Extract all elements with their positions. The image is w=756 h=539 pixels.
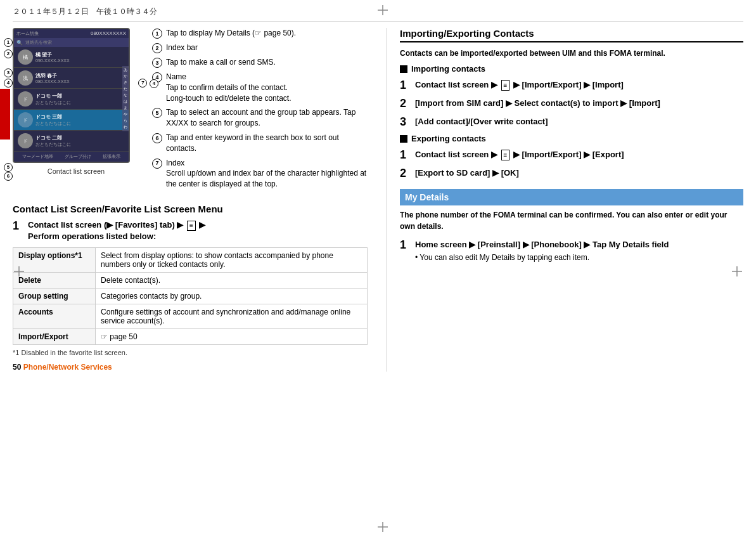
import-icon-1: ≡ <box>501 80 510 91</box>
contact-info-4: ドコモ 三郎 おともだちはこに <box>35 114 125 127</box>
phone-number-display: 080XXXXXXXX <box>91 30 126 37</box>
import-step-text-1: Contact list screen ▶ ≡ ▶ [Import/Export… <box>415 79 624 91</box>
export-step-num-2: 2 <box>400 167 410 180</box>
avatar-4: ド <box>18 112 33 127</box>
menu-section-title: Contact List Screen/Favorite List Screen… <box>13 204 368 214</box>
contact-name-1: 橘 望子 <box>35 51 125 58</box>
avatar-3: ド <box>18 91 33 107</box>
left-crosshair <box>14 266 24 278</box>
bottom-tab-3[interactable]: 拡張表示 <box>103 153 120 160</box>
annotation-7: 7 IndexScroll up/down and index bar of t… <box>152 158 368 190</box>
contact-row-3[interactable]: ド ドコモ 一郎 おともだちはこに <box>14 89 129 110</box>
phone-status-bar: ホーム切換 080XXXXXXXX <box>14 29 129 38</box>
contact-info-5: ドコモ 二郎 おともだちはこに <box>35 134 125 148</box>
table-cell-desc-5: ☞ page 50 <box>96 329 368 345</box>
callout-num-3: 3 <box>4 68 13 77</box>
export-step-1: 1 Contact list screen ▶ ≡ ▶ [Import/Expo… <box>400 148 743 162</box>
annotation-5: 5 Tap to select an account and the group… <box>152 107 368 129</box>
menu-step-1: 1 Contact list screen (▶ [Favorites] tab… <box>13 219 368 242</box>
table-cell-option-3: Group setting <box>13 289 96 304</box>
top-crosshair <box>378 5 388 17</box>
contact-detail-5: おともだちはこに <box>35 141 125 148</box>
callout-num-1: 1 <box>4 38 13 47</box>
callout-3: 3 <box>4 67 13 77</box>
annotation-2: 2 Index bar <box>152 42 368 53</box>
index-ya: や <box>124 112 127 117</box>
index-wa: わ <box>124 124 127 130</box>
page-footer: 50 Phone/Network Services <box>13 363 368 372</box>
contact-list: 橘 橘 望子 090-XXXX-XXXX 浅 浅羽 春子 <box>14 47 129 152</box>
callout-num-2: 2 <box>4 49 13 58</box>
annotation-text-5: Tap to select an account and the group t… <box>166 107 368 129</box>
callout-num-6: 6 <box>4 172 13 181</box>
callout-num-4: 4 <box>4 79 13 88</box>
contact-name-3: ドコモ 一郎 <box>35 93 125 100</box>
annotation-6: 6 Tap and enter keyword in the search bo… <box>152 133 368 154</box>
table-cell-desc-1: Select from display options: to show con… <box>96 248 368 273</box>
table-cell-desc-3: Categories contacts by group. <box>96 289 368 304</box>
contact-detail-2: 080-XXXX-XXXX <box>35 79 125 84</box>
index-na: な <box>124 93 127 98</box>
left-column: ホーム切換 080XXXXXXXX 🔍 連絡先を検索 <box>13 28 368 372</box>
callout-4: 4 <box>4 77 13 88</box>
index-ta: た <box>124 86 127 92</box>
right-column: Importing/Exporting Contacts Contacts ca… <box>387 28 743 372</box>
options-table: Display options*1 Select from display op… <box>13 247 368 345</box>
search-icon: 🔍 <box>16 40 23 46</box>
my-details-step-1: 1 Home screen ▶ [Preinstall] ▶ [Phoneboo… <box>400 238 743 263</box>
contact-name-2: 浅羽 春子 <box>35 72 125 79</box>
table-row-display: Display options*1 Select from display op… <box>13 248 368 273</box>
contact-detail-1: 090-XXXX-XXXX <box>35 58 125 63</box>
import-export-note: Contacts can be imported/exported betwee… <box>400 48 743 59</box>
phone-bottom-bar: マーメード地帯 グループ分け 拡張表示 <box>14 152 129 162</box>
export-step-num-1: 1 <box>400 148 410 162</box>
phone-search-bar: 🔍 連絡先を検索 <box>14 38 129 47</box>
annotation-1: 1 Tap to display My Details (☞ page 50). <box>152 28 368 39</box>
index-ra: ら <box>124 118 127 124</box>
my-details-step-content-1: Home screen ▶ [Preinstall] ▶ [Phonebook]… <box>415 238 669 263</box>
index-ha: は <box>124 99 127 105</box>
import-step-num-1: 1 <box>400 79 410 92</box>
importing-header: Importing contacts <box>400 64 743 74</box>
annotations: 1 Tap to display My Details (☞ page 50).… <box>152 28 368 193</box>
bottom-tab-1[interactable]: マーメード地帯 <box>22 153 53 160</box>
my-details-header: My Details <box>400 189 743 205</box>
menu-step-num-1: 1 <box>13 219 23 233</box>
footnote: *1 Disabled in the favorite list screen. <box>13 349 368 356</box>
my-details-step-text-1: Home screen ▶ [Preinstall] ▶ [Phonebook]… <box>415 238 669 251</box>
export-step-text-1: Contact list screen ▶ ≡ ▶ [Import/Export… <box>415 148 624 161</box>
annotation-num-1: 1 <box>152 29 162 39</box>
annotation-text-2: Index bar <box>166 42 198 53</box>
phone-caption: Contact list screen <box>13 167 139 175</box>
bottom-crosshair <box>378 522 388 534</box>
annotation-num-7: 7 <box>152 159 162 169</box>
menu-section: Contact List Screen/Favorite List Screen… <box>13 204 368 356</box>
page-service-label: Phone/Network Services <box>23 363 112 372</box>
table-cell-option-1: Display options*1 <box>13 248 96 273</box>
table-cell-option-5: Import/Export <box>13 329 96 345</box>
contact-row-2[interactable]: 浅 浅羽 春子 080-XXXX-XXXX <box>14 68 129 89</box>
callout-num-7: 7 <box>138 79 147 88</box>
import-export-title: Importing/Exporting Contacts <box>400 28 743 42</box>
page: ２０１１年５月１２日 午後１０時３４分 ホーム切換 080XXXXXXXX <box>0 0 756 539</box>
import-step-text-3: [Add contact]/[Over write contact] <box>415 115 548 128</box>
import-step-text-1a: Contact list screen ▶ ≡ ▶ [Import/Export… <box>415 80 624 89</box>
avatar-5: ド <box>18 133 33 148</box>
callout-7-4: 7 4 <box>138 77 158 88</box>
contact-info-2: 浅羽 春子 080-XXXX-XXXX <box>35 72 125 84</box>
contact-row-5[interactable]: ド ドコモ 二郎 おともだちはこに <box>14 131 129 152</box>
table-cell-desc-2: Delete contact(s). <box>96 273 368 289</box>
table-cell-option-4: Accounts <box>13 304 96 329</box>
exporting-title: Exporting contacts <box>411 134 486 143</box>
callout-6: 6 <box>4 171 13 181</box>
annotation-text-7: IndexScroll up/down and index bar of the… <box>166 158 368 190</box>
contact-row-1[interactable]: 橘 橘 望子 090-XXXX-XXXX <box>14 47 129 68</box>
export-step-text-2: [Export to SD card] ▶ [OK] <box>415 167 519 179</box>
import-step-2: 2 [Import from SIM card] ▶ Select contac… <box>400 97 743 110</box>
bottom-tab-2[interactable]: グループ分け <box>65 153 91 160</box>
right-crosshair <box>732 266 742 278</box>
import-step-num-2: 2 <box>400 97 410 110</box>
table-cell-desc-4: Configure settings of account and synchr… <box>96 304 368 329</box>
annotation-num-5: 5 <box>152 108 162 118</box>
contact-row-4[interactable]: ド ドコモ 三郎 おともだちはこに <box>14 110 129 131</box>
